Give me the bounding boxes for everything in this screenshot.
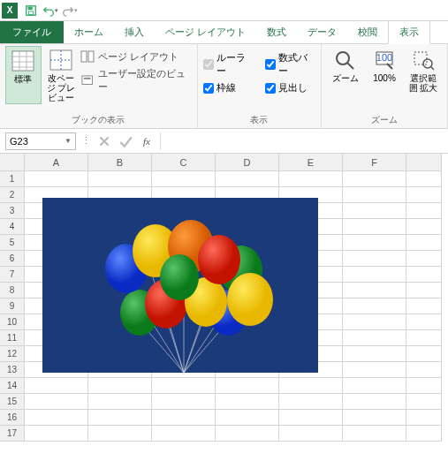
row-header[interactable]: 14 <box>0 378 25 394</box>
cell[interactable] <box>88 426 152 442</box>
row-header[interactable]: 11 <box>0 330 25 346</box>
cell[interactable] <box>406 394 442 410</box>
row-header[interactable]: 15 <box>0 394 25 410</box>
cell[interactable] <box>406 203 442 219</box>
cell[interactable] <box>343 314 406 330</box>
cell[interactable] <box>25 426 88 442</box>
cell[interactable] <box>343 267 406 283</box>
cell[interactable] <box>406 187 442 203</box>
cell[interactable] <box>343 346 406 362</box>
cell[interactable] <box>406 378 442 394</box>
formula-input[interactable] <box>160 132 443 150</box>
row-header[interactable]: 16 <box>0 410 25 426</box>
cell[interactable] <box>216 171 279 187</box>
view-custom-button[interactable]: ユーザー設定のビュー <box>80 67 191 94</box>
cell[interactable] <box>343 171 406 187</box>
tab-review[interactable]: 校閲 <box>347 21 388 43</box>
cell[interactable] <box>279 378 343 394</box>
row-header[interactable]: 3 <box>0 203 25 219</box>
view-pagelayout-button[interactable]: ページ レイアウト <box>80 49 191 64</box>
row-header[interactable]: 10 <box>0 314 25 330</box>
cell[interactable] <box>406 251 442 267</box>
zoom-button[interactable]: ズーム <box>327 46 364 94</box>
cell[interactable] <box>343 394 406 410</box>
col-header[interactable]: D <box>216 154 279 171</box>
view-pagebreak-button[interactable]: 改ページ プレビュー <box>43 46 80 104</box>
row-header[interactable]: 4 <box>0 219 25 235</box>
cell[interactable] <box>279 426 343 442</box>
cell[interactable] <box>406 314 442 330</box>
save-icon[interactable] <box>21 1 41 20</box>
row-header[interactable]: 13 <box>0 362 25 378</box>
cell[interactable] <box>88 378 152 394</box>
row-header[interactable]: 2 <box>0 187 25 203</box>
cell[interactable] <box>152 410 216 426</box>
cell[interactable] <box>406 426 442 442</box>
undo-icon[interactable]: ▾ <box>41 1 60 20</box>
cell[interactable] <box>343 378 406 394</box>
cell[interactable] <box>25 171 88 187</box>
select-all-corner[interactable] <box>0 154 25 171</box>
cell[interactable] <box>406 219 442 235</box>
cell[interactable] <box>25 394 88 410</box>
cell[interactable] <box>343 362 406 378</box>
cell[interactable] <box>343 410 406 426</box>
cell[interactable] <box>216 394 279 410</box>
cell[interactable] <box>406 235 442 251</box>
row-header[interactable]: 1 <box>0 171 25 187</box>
row-header[interactable]: 5 <box>0 235 25 251</box>
cell[interactable] <box>343 283 406 298</box>
cell[interactable] <box>279 171 343 187</box>
cell[interactable] <box>406 362 442 378</box>
embedded-image[interactable] <box>42 198 318 373</box>
redo-icon[interactable]: ▾ <box>60 1 80 20</box>
cell[interactable] <box>25 378 88 394</box>
tab-insert[interactable]: 挿入 <box>114 21 155 43</box>
cell[interactable] <box>406 410 442 426</box>
enter-formula-button[interactable] <box>118 133 133 149</box>
cell[interactable] <box>343 187 406 203</box>
col-header[interactable] <box>406 154 442 171</box>
cell[interactable] <box>216 410 279 426</box>
tab-file[interactable]: ファイル <box>0 21 64 43</box>
cancel-formula-button[interactable] <box>96 133 112 149</box>
tab-data[interactable]: データ <box>297 21 347 43</box>
row-header[interactable]: 12 <box>0 346 25 362</box>
worksheet-grid[interactable]: A B C D E F 1234567891011121314151617 <box>0 154 448 442</box>
view-normal-button[interactable]: 標準 <box>5 46 42 104</box>
row-header[interactable]: 7 <box>0 267 25 283</box>
zoom-selection-button[interactable]: 選択範囲 拡大 <box>405 46 442 94</box>
checkbox-headings[interactable]: 見出し <box>265 81 315 94</box>
row-header[interactable]: 9 <box>0 298 25 314</box>
cell[interactable] <box>343 298 406 314</box>
row-header[interactable]: 6 <box>0 251 25 267</box>
cell[interactable] <box>88 171 152 187</box>
cell[interactable] <box>343 203 406 219</box>
cell[interactable] <box>279 410 343 426</box>
cell[interactable] <box>343 251 406 267</box>
col-header[interactable]: A <box>25 154 88 171</box>
cell[interactable] <box>152 171 216 187</box>
tab-view[interactable]: 表示 <box>388 20 430 44</box>
cell[interactable] <box>88 410 152 426</box>
col-header[interactable]: E <box>279 154 343 171</box>
cell[interactable] <box>343 330 406 346</box>
cell[interactable] <box>343 235 406 251</box>
checkbox-gridlines[interactable]: 枠線 <box>203 81 254 94</box>
cell[interactable] <box>152 378 216 394</box>
cell[interactable] <box>152 426 216 442</box>
cell[interactable] <box>406 171 442 187</box>
cell[interactable] <box>279 394 343 410</box>
cell[interactable] <box>406 267 442 283</box>
cell[interactable] <box>216 378 279 394</box>
chevron-down-icon[interactable]: ▼ <box>65 137 72 145</box>
cell[interactable] <box>216 426 279 442</box>
checkbox-ruler[interactable]: ルーラー <box>203 51 254 78</box>
col-header[interactable]: C <box>152 154 216 171</box>
row-header[interactable]: 17 <box>0 426 25 442</box>
zoom-100-button[interactable]: 100 100% <box>366 46 403 94</box>
cell[interactable] <box>406 346 442 362</box>
checkbox-formulabar[interactable]: 数式バー <box>265 51 315 78</box>
tab-home[interactable]: ホーム <box>64 21 114 43</box>
cell[interactable] <box>406 330 442 346</box>
